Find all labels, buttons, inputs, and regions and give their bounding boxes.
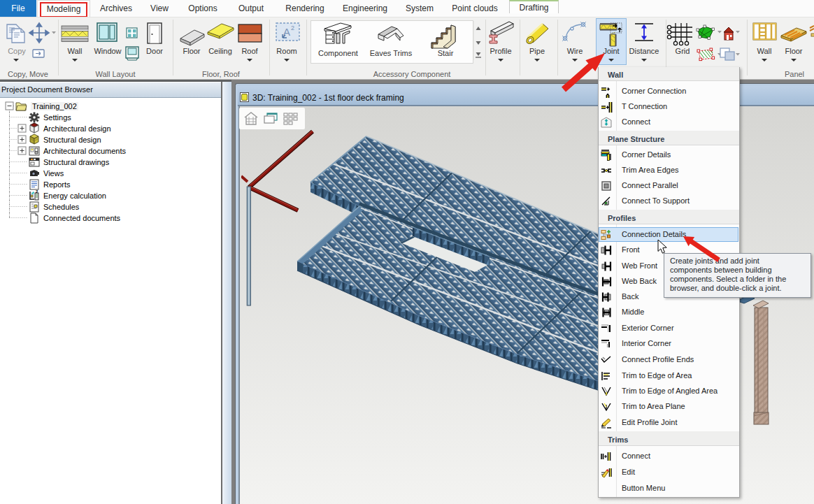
svg-text:2: 2 xyxy=(291,24,294,31)
